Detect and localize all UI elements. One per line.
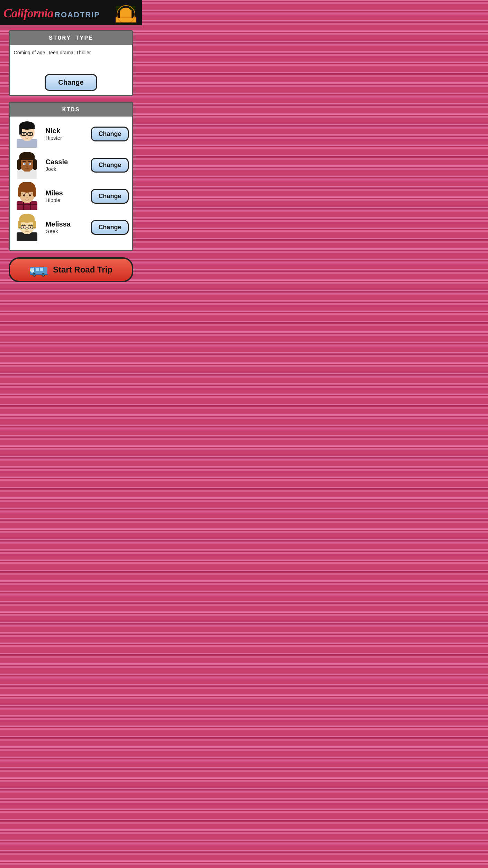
sunset-icon [116,3,136,22]
cassie-name: Cassie [46,158,91,166]
melissa-avatar [13,213,41,241]
svg-point-67 [26,229,28,230]
cassie-change-button[interactable]: Change [91,158,129,173]
van-icon [29,263,48,277]
nick-type: Hipster [46,135,91,141]
svg-rect-28 [19,156,35,160]
nick-change-button[interactable]: Change [91,127,129,141]
svg-point-47 [24,184,30,189]
title-california: California [3,6,53,20]
kids-body: Nick Hipster Change [10,117,133,250]
svg-point-65 [23,227,24,228]
kid-row-cassie: Cassie Jock Change [13,151,129,179]
story-type-label: STORY TYPE [49,35,93,41]
svg-point-66 [30,227,31,228]
melissa-change-button[interactable]: Change [91,220,129,235]
nick-name: Nick [46,127,91,135]
melissa-type: Geek [46,228,91,234]
kids-header: KIDS [10,103,133,117]
miles-avatar [13,182,41,210]
start-road-trip-button[interactable]: Start Road Trip [9,257,134,282]
melissa-name: Melissa [46,220,91,228]
svg-rect-29 [17,159,21,170]
svg-point-35 [26,166,28,167]
cassie-avatar [13,151,41,179]
miles-type: Hippie [46,197,91,203]
svg-point-20 [29,133,31,135]
kids-card: KIDS [9,102,134,251]
melissa-info: Melissa Geek [41,220,91,234]
cassie-info: Cassie Jock [41,158,91,172]
svg-point-50 [23,194,25,196]
kid-row-melissa: Melissa Geek Change [13,213,129,241]
cassie-type: Jock [46,166,91,172]
story-type-change-button[interactable]: Change [45,74,97,91]
svg-point-52 [26,197,28,198]
svg-rect-82 [30,269,31,271]
svg-rect-48 [18,190,21,197]
miles-name: Miles [46,189,91,197]
miles-change-button[interactable]: Change [91,189,129,204]
story-type-value: Coming of age, Teen drama, Thriller [14,50,128,71]
svg-point-34 [29,163,30,165]
svg-point-19 [23,133,25,135]
svg-rect-81 [30,274,48,275]
story-type-body: Coming of age, Teen drama, Thriller Chan… [10,45,133,95]
story-type-card: STORY TYPE Coming of age, Teen drama, Th… [9,30,134,96]
svg-rect-30 [33,159,37,170]
nick-avatar [13,120,41,148]
svg-point-51 [29,194,31,196]
story-type-header: STORY TYPE [10,31,133,45]
kid-row-nick: Nick Hipster Change [13,120,129,148]
kids-label: KIDS [62,106,80,113]
app-header: California ROADTRIP [0,0,142,25]
title-roadtrip: ROADTRIP [55,10,100,19]
start-button-label: Start Road Trip [53,265,112,275]
miles-info: Miles Hippie [41,189,91,203]
svg-rect-72 [40,268,43,271]
svg-rect-57 [19,218,35,222]
svg-rect-49 [33,190,36,197]
nick-info: Nick Hipster [41,127,91,141]
svg-point-33 [24,163,25,165]
svg-point-21 [26,136,28,137]
svg-rect-71 [36,268,39,271]
kid-row-miles: Miles Hippie Change [13,182,129,210]
